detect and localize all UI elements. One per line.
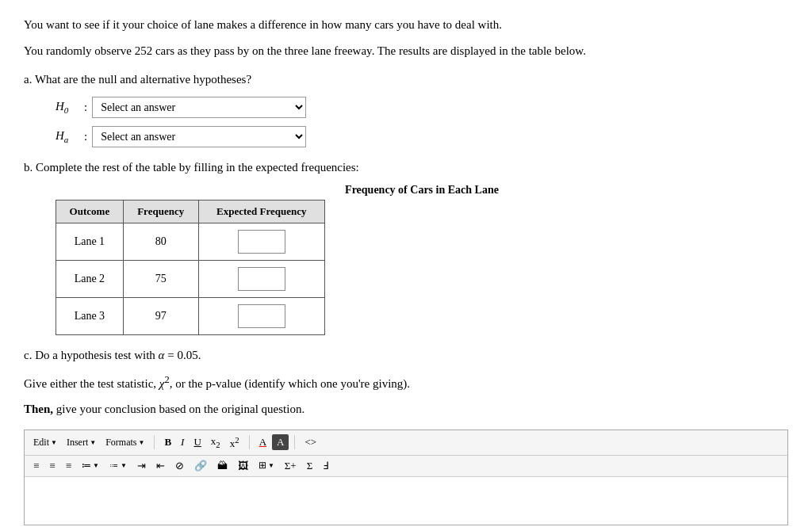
part-c-line3: Then, give your conclusion based on the … [24,400,788,418]
table-header-row: Outcome Frequency Expected Frequency [56,200,325,223]
clear-format-btn[interactable]: ⊘ [171,458,188,474]
conclusion-text: give your conclusion based on the origin… [53,403,304,415]
table-btn[interactable]: ⊞ [255,458,278,473]
toolbar-divider-2 [249,435,250,449]
insert-menu-btn[interactable]: Insert [63,435,100,450]
ha-row: Ha : Select an answer Option 1 Option 2 [56,126,788,147]
part-c-section: c. Do a hypothesis test with α = 0.05. G… [24,346,788,418]
file-menu-group: Edit Insert Formats [29,435,148,450]
h0-label: H0 [56,100,79,115]
part-c-line2: Give either the test statistic, χ2, or t… [24,372,788,393]
color-group: A A [255,434,289,450]
then-label: Then, [24,403,53,415]
lane2-expected-cell [198,261,324,298]
bullet-list-btn[interactable]: ≔ [78,458,103,473]
link-btn[interactable]: 🔗 [190,458,211,474]
italic-btn[interactable]: I [177,434,188,450]
lane2-frequency: 75 [123,261,198,298]
part-b-section: b. Complete the rest of the table by fil… [24,158,788,336]
part-c-prefix: c. Do a hypothesis test with [24,349,159,361]
part-c-line1: c. Do a hypothesis test with α = 0.05. [24,346,788,365]
ha-colon: : [84,130,87,143]
bold-btn[interactable]: B [160,434,175,450]
lane3-expected-cell [198,298,324,335]
toolbar-divider-3 [294,435,295,449]
table-row: Lane 1 80 [56,223,325,261]
sigma-btn[interactable]: Σ [303,458,317,474]
h0-colon: : [84,101,87,114]
intro-section: You want to see if it your choice of lan… [24,16,788,59]
lane1-expected-cell [198,223,324,261]
table-row: Lane 2 75 [56,261,325,298]
h0-row: H0 : Select an answer Option 1 Option 2 [56,97,788,118]
image2-btn[interactable]: 🖼 [234,458,252,474]
align-right-btn[interactable]: ≡ [62,458,75,474]
format-buttons-group: B I U x2 x2 [160,433,243,452]
lane1-outcome: Lane 1 [56,223,124,261]
give-either: Give either the test statistic, [24,377,159,390]
indent-btn[interactable]: ⇥ [133,458,150,474]
outdent-btn[interactable]: ⇤ [152,458,169,474]
subscript-btn[interactable]: x2 [207,433,224,451]
comma-or: , or the p-value (identify which one you… [170,377,410,390]
frequency-table-section: Frequency of Cars in Each Lane Outcome F… [56,184,788,335]
text-color-btn[interactable]: A [255,434,270,450]
special-char-btn[interactable]: Ⅎ [319,458,332,474]
frequency-table: Outcome Frequency Expected Frequency Lan… [56,200,325,335]
underline-btn[interactable]: U [190,434,205,450]
formats-menu-btn[interactable]: Formats [102,435,148,450]
edit-menu-btn[interactable]: Edit [29,435,61,450]
h0-select[interactable]: Select an answer Option 1 Option 2 [92,97,306,118]
superscript-btn[interactable]: x2 [226,433,243,452]
part-a-label: a. What are the null and alternative hyp… [24,71,788,89]
col-frequency: Frequency [123,200,198,223]
editor-content-area[interactable] [25,477,787,525]
image-btn[interactable]: 🏔 [213,458,232,474]
lane1-expected-input[interactable] [238,230,285,254]
lane2-outcome: Lane 2 [56,261,124,298]
part-b-label: b. Complete the rest of the table by fil… [24,158,788,177]
col-outcome: Outcome [56,200,124,223]
sigma-plus-btn[interactable]: Σ+ [281,458,301,474]
lane2-expected-input[interactable] [238,267,285,291]
lane3-outcome: Lane 3 [56,298,124,335]
editor-toolbar-row1: Edit Insert Formats B I U x2 x2 A A <> [25,430,787,456]
lane3-expected-input[interactable] [238,304,285,328]
highlight-btn[interactable]: A [272,434,289,450]
part-c-alpha: = 0.05. [164,349,201,361]
table-title: Frequency of Cars in Each Lane [56,184,788,197]
col-expected: Expected Frequency [198,200,324,223]
lane3-frequency: 97 [123,298,198,335]
lane1-frequency: 80 [123,223,198,261]
align-center-btn[interactable]: ≡ [45,458,59,474]
editor-toolbar-row2: ≡ ≡ ≡ ≔ ⩴ ⇥ ⇤ ⊘ 🔗 🏔 🖼 ⊞ Σ+ Σ Ⅎ [25,456,787,477]
ha-select[interactable]: Select an answer Option 1 Option 2 [92,126,306,147]
align-left-btn[interactable]: ≡ [29,458,43,474]
source-code-btn[interactable]: <> [301,434,320,450]
ha-label: Ha [56,129,79,144]
problem-container: You want to see if it your choice of lan… [24,16,788,525]
part-a-section: a. What are the null and alternative hyp… [24,71,788,147]
toolbar-divider-1 [154,435,155,449]
rich-text-editor: Edit Insert Formats B I U x2 x2 A A <> ≡ [24,430,788,525]
num-list-btn[interactable]: ⩴ [105,458,131,473]
table-row: Lane 3 97 [56,298,325,335]
intro-line2: You randomly observe 252 cars as they pa… [24,42,788,60]
intro-line1: You want to see if it your choice of lan… [24,16,788,34]
